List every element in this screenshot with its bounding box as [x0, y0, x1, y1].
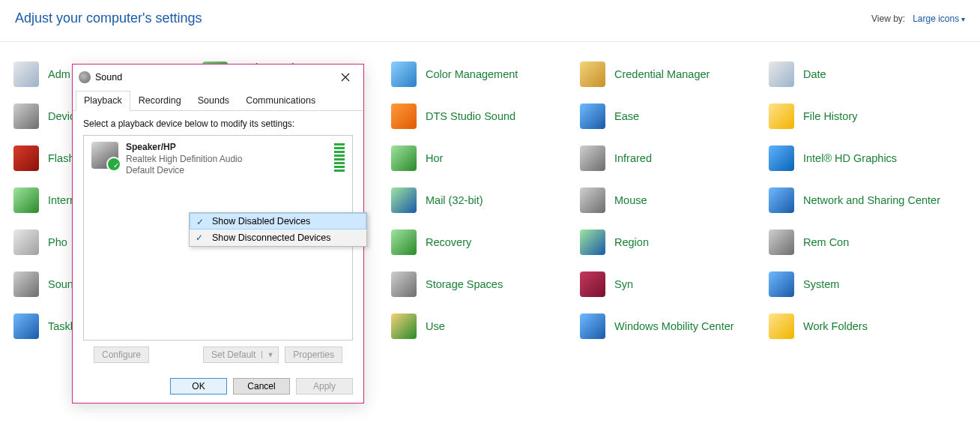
ok-button[interactable]: OK	[170, 378, 227, 394]
cp-item[interactable]: Date	[766, 60, 952, 88]
cp-item[interactable]: Storage Spaces	[388, 270, 574, 298]
cp-label: Rem Con	[803, 236, 849, 249]
cp-label: Date	[803, 68, 826, 81]
cp-label: Mail (32-bit)	[426, 194, 483, 207]
cp-label: Syn	[614, 278, 633, 291]
cp-item[interactable]: DTS Studio Sound	[388, 102, 574, 130]
viewby-dropdown[interactable]: Large icons	[913, 14, 965, 24]
tab-communications[interactable]: Communications	[238, 91, 324, 111]
dialog-titlebar[interactable]: Sound	[73, 64, 363, 90]
cp-item[interactable]: Infrared	[577, 144, 763, 172]
context-menu: ✓ Show Disabled Devices ✓ Show Disconnec…	[189, 212, 367, 247]
cp-icon	[769, 230, 794, 255]
ctx-show-disabled[interactable]: ✓ Show Disabled Devices	[190, 213, 366, 230]
cp-icon	[13, 62, 39, 87]
cp-icon	[580, 314, 605, 339]
device-list[interactable]: ✓ Speaker/HP Realtek High Definition Aud…	[83, 135, 353, 340]
cp-icon	[13, 272, 39, 297]
cp-label: System	[803, 278, 839, 291]
ctx-show-disconnected-label: Show Disconnected Devices	[212, 232, 330, 243]
chevron-down-icon: ▼	[261, 351, 278, 358]
cp-label: Work Folders	[803, 320, 868, 333]
cp-item[interactable]: Ease	[577, 102, 763, 130]
cp-icon	[580, 146, 605, 171]
ctx-show-disconnected[interactable]: ✓ Show Disconnected Devices	[190, 230, 366, 246]
cp-label: Intel® HD Graphics	[803, 152, 897, 165]
cp-icon	[391, 104, 417, 129]
cp-item[interactable]: Hor	[388, 144, 574, 172]
cp-item[interactable]: System	[766, 270, 952, 298]
device-name: Speaker/HP	[126, 142, 242, 154]
configure-button: Configure	[94, 346, 149, 363]
cp-label: File History	[803, 110, 858, 123]
cp-label: Pho	[48, 236, 67, 249]
cp-item[interactable]: File History	[766, 102, 952, 130]
cancel-button[interactable]: Cancel	[233, 378, 290, 394]
cp-item[interactable]: Work Folders	[766, 312, 952, 340]
cp-icon	[580, 188, 605, 213]
device-button-row: Configure Set Default ▼ Properties	[83, 340, 353, 369]
cp-item[interactable]: Use	[388, 312, 574, 340]
cp-label: Region	[614, 236, 649, 249]
cp-item[interactable]: Rem Con	[766, 228, 952, 256]
cp-label: Ease	[614, 110, 639, 123]
cp-icon	[769, 188, 794, 213]
cp-icon	[769, 104, 794, 129]
cp-icon	[13, 146, 39, 171]
cp-icon	[13, 188, 39, 213]
cp-label: Hor	[426, 152, 443, 165]
tab-sounds[interactable]: Sounds	[190, 91, 238, 111]
cp-icon	[580, 272, 605, 297]
device-sub1: Realtek High Definition Audio	[126, 154, 242, 166]
set-default-label: Set Default	[211, 350, 255, 360]
page-title: Adjust your computer's settings	[15, 10, 202, 26]
tab-playback[interactable]: Playback	[76, 91, 130, 111]
cp-icon	[13, 314, 39, 339]
cp-item[interactable]: Syn	[577, 270, 763, 298]
cp-item[interactable]: Intel® HD Graphics	[766, 144, 952, 172]
dialog-title: Sound	[95, 72, 122, 82]
apply-button: Apply	[296, 378, 353, 394]
tab-recording[interactable]: Recording	[130, 91, 190, 111]
dialog-instruction: Select a playback device below to modify…	[83, 118, 353, 129]
close-icon	[341, 73, 350, 82]
dialog-button-row: OK Cancel Apply	[73, 374, 363, 402]
cp-icon	[769, 314, 794, 339]
close-button[interactable]	[333, 69, 357, 86]
viewby-controls: View by: Large icons	[871, 14, 965, 24]
cp-icon	[769, 62, 794, 87]
set-default-button: Set Default ▼	[203, 346, 279, 363]
cp-item[interactable]: Windows Mobility Center	[577, 312, 763, 340]
check-icon: ✓	[196, 232, 203, 243]
cp-icon	[391, 188, 417, 213]
cp-icon	[13, 230, 39, 255]
cp-item[interactable]: Color Management	[388, 60, 574, 88]
cp-icon	[580, 230, 605, 255]
cp-icon	[580, 104, 605, 129]
cp-label: Infrared	[614, 152, 652, 165]
cp-label: Network and Sharing Center	[803, 194, 940, 207]
ctx-show-disabled-label: Show Disabled Devices	[212, 216, 310, 226]
cp-icon	[391, 146, 417, 171]
cp-icon	[391, 62, 417, 87]
dialog-tabs: Playback Recording Sounds Communications	[73, 90, 363, 111]
cp-label: Storage Spaces	[426, 278, 503, 291]
cp-item[interactable]: Mail (32-bit)	[388, 186, 574, 214]
device-sub2: Default Device	[126, 165, 242, 177]
dialog-body: Select a playback device below to modify…	[73, 111, 363, 374]
cp-item[interactable]: Region	[577, 228, 763, 256]
check-icon: ✓	[196, 217, 204, 227]
cp-label: Mouse	[614, 194, 647, 207]
cp-item[interactable]: Network and Sharing Center	[766, 186, 952, 214]
device-item-speaker[interactable]: ✓ Speaker/HP Realtek High Definition Aud…	[84, 136, 352, 183]
speaker-icon: ✓	[91, 142, 118, 169]
properties-button: Properties	[285, 346, 342, 363]
cp-item[interactable]: Recovery	[388, 228, 574, 256]
cp-icon	[769, 272, 794, 297]
level-meter-icon	[334, 142, 345, 177]
viewby-label: View by:	[871, 14, 905, 24]
cp-icon	[580, 62, 605, 87]
cp-label: Windows Mobility Center	[614, 320, 734, 333]
cp-item[interactable]: Credential Manager	[577, 60, 763, 88]
cp-item[interactable]: Mouse	[577, 186, 763, 214]
